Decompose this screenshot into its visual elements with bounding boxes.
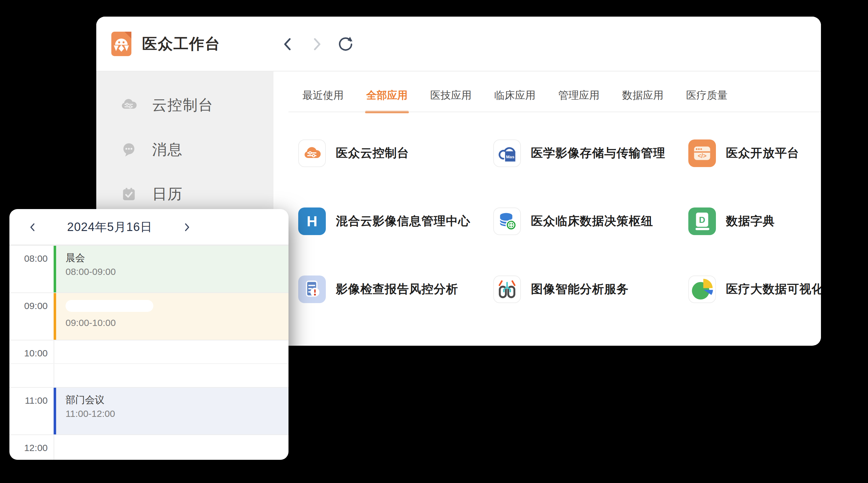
dictionary-icon: D (688, 207, 716, 235)
calendar-next-button[interactable] (176, 209, 197, 245)
sidebar-item-label: 日历 (152, 184, 183, 204)
message-icon (120, 141, 138, 158)
cloud-console-icon (303, 144, 321, 163)
sidebar-item-label: 云控制台 (152, 95, 214, 115)
calendar-row-0800: 08:00 晨会 08:00-09:00 (9, 245, 288, 292)
half-hour-gridline (9, 363, 288, 364)
cloud-settings-icon (120, 96, 138, 114)
calendar-header: 2024年5月16日 (9, 209, 288, 245)
database-plus-icon (495, 209, 520, 234)
report-risk-icon (298, 276, 326, 303)
tab-medtech-apps[interactable]: 医技应用 (430, 78, 472, 112)
app-name: 医众云控制台 (336, 145, 409, 161)
chevron-right-icon (182, 222, 191, 232)
svg-text:Mas: Mas (506, 155, 514, 159)
window-title: 医众工作台 (142, 34, 220, 54)
event-title: 部门会议 (66, 393, 288, 407)
tab-label: 管理应用 (558, 88, 599, 102)
app-name: 混合云影像信息管理中心 (336, 213, 470, 229)
app-cloud-console[interactable]: 医众云控制台 (298, 139, 493, 167)
time-label: 12:00 (9, 443, 48, 453)
mas-cloud-icon: Mas (495, 141, 519, 165)
tab-label: 全部应用 (366, 88, 408, 102)
app-clinical-data-hub[interactable]: 医众临床数据决策枢纽 (493, 207, 688, 235)
nav-controls (280, 17, 354, 71)
window-header: 医众工作台 (96, 17, 821, 71)
calendar-row-1000: 10:00 (9, 340, 288, 387)
apps-grid: 医众云控制台 Mas 医学影像存储与传输管理 (274, 112, 821, 323)
tab-management-apps[interactable]: 管理应用 (558, 78, 599, 112)
calendar-icon (120, 185, 138, 203)
app-hybrid-cloud-imaging[interactable]: H 混合云影像信息管理中心 (298, 207, 493, 235)
svg-text:H: H (307, 213, 317, 229)
tab-recent[interactable]: 最近使用 (302, 78, 344, 112)
sidebar-item-label: 消息 (152, 140, 183, 160)
tab-quality[interactable]: 医疗质量 (686, 78, 727, 112)
tab-label: 医疗质量 (686, 88, 727, 102)
tab-label: 最近使用 (302, 88, 344, 102)
tab-clinical-apps[interactable]: 临床应用 (494, 78, 536, 112)
app-name: 医学影像存储与传输管理 (531, 145, 665, 161)
screen: 医众工作台 (0, 0, 868, 483)
calendar-panel: 2024年5月16日 08:00 晨会 08:00-09:00 09:00 (9, 209, 288, 460)
forward-icon (310, 37, 323, 52)
app-report-risk-analysis[interactable]: 影像检查报告风控分析 (298, 276, 493, 303)
tab-bar: 最近使用 全部应用 医技应用 临床应用 管理应用 数据应用 医疗质量 (274, 71, 821, 112)
time-label: 09:00 (9, 300, 48, 311)
app-logo-icon (111, 32, 131, 56)
app-name: 医众临床数据决策枢纽 (531, 213, 653, 229)
refresh-icon (337, 36, 354, 52)
calendar-row-1100: 11:00 部门会议 11:00-12:00 (9, 387, 288, 434)
tab-label: 临床应用 (494, 88, 536, 102)
calendar-row-1200: 12:00 (9, 434, 288, 460)
app-name: 影像检查报告风控分析 (336, 281, 458, 297)
event-title-redacted-pill (66, 300, 153, 312)
content-area: 最近使用 全部应用 医技应用 临床应用 管理应用 数据应用 医疗质量 (274, 71, 821, 345)
open-platform-icon: </> (688, 139, 716, 167)
calendar-prev-button[interactable] (22, 209, 44, 245)
calendar-event-redacted[interactable]: 09:00-10:00 (54, 293, 288, 340)
pie-chart-icon (689, 277, 715, 302)
calendar-body: 08:00 晨会 08:00-09:00 09:00 09:00-10:00 1… (9, 245, 288, 460)
back-button[interactable] (280, 36, 296, 52)
tabbar-divider (288, 111, 821, 112)
app-name: 医疗大数据可视化 (726, 281, 821, 297)
sidebar-item-messages[interactable]: 消息 (96, 127, 274, 172)
time-label: 10:00 (9, 348, 48, 359)
tab-label: 数据应用 (622, 88, 663, 102)
app-image-ai-analysis[interactable]: 图像智能分析服务 (493, 276, 688, 303)
back-icon (282, 37, 294, 52)
app-image-storage-transfer[interactable]: Mas 医学影像存储与传输管理 (493, 139, 688, 167)
event-time: 08:00-09:00 (66, 266, 288, 277)
forward-button[interactable] (309, 36, 325, 52)
app-name: 图像智能分析服务 (531, 281, 629, 297)
event-time: 09:00-10:00 (66, 318, 288, 328)
calendar-date-label: 2024年5月16日 (50, 209, 169, 245)
h-letter-icon: H (298, 207, 326, 235)
app-name: 医众开放平台 (726, 145, 799, 161)
event-time: 11:00-12:00 (66, 409, 288, 419)
calendar-event-department-meeting[interactable]: 部门会议 11:00-12:00 (54, 388, 288, 434)
sidebar-item-cloud-console[interactable]: 云控制台 (96, 83, 274, 127)
svg-text:</>: </> (698, 152, 707, 159)
chevron-left-icon (28, 222, 38, 232)
time-label: 08:00 (9, 253, 48, 264)
app-big-data-visualization[interactable]: 医疗大数据可视化 (688, 276, 821, 303)
tab-label: 医技应用 (430, 88, 472, 102)
app-name: 数据字典 (726, 213, 775, 229)
svg-text:D: D (699, 215, 705, 225)
event-title: 晨会 (66, 251, 288, 264)
time-label: 11:00 (9, 395, 48, 406)
app-open-platform[interactable]: </> 医众开放平台 (688, 139, 821, 167)
app-data-dictionary[interactable]: D 数据字典 (688, 207, 821, 235)
lungs-icon (495, 277, 520, 302)
tab-all-apps[interactable]: 全部应用 (366, 78, 408, 112)
calendar-row-0900: 09:00 09:00-10:00 (9, 292, 288, 340)
refresh-button[interactable] (337, 36, 354, 52)
tab-data-apps[interactable]: 数据应用 (622, 78, 663, 112)
calendar-event-morning-meeting[interactable]: 晨会 08:00-09:00 (54, 246, 288, 292)
